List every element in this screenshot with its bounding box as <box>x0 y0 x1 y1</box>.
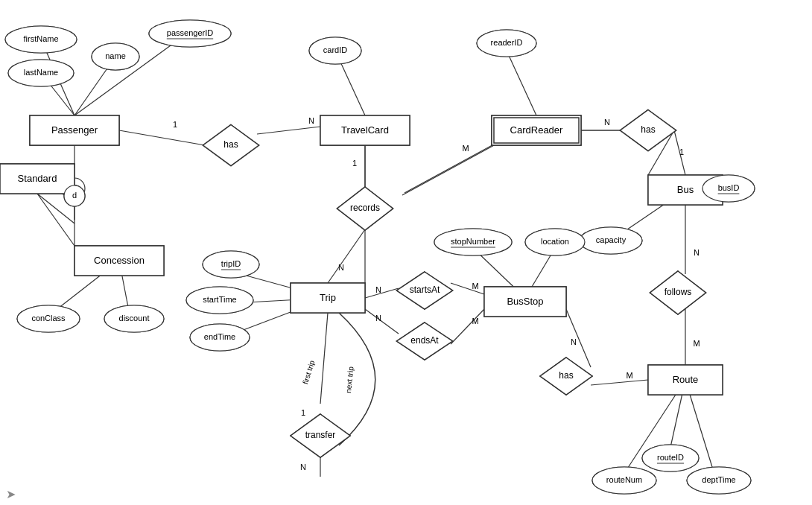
er-diagram <box>0 0 812 505</box>
